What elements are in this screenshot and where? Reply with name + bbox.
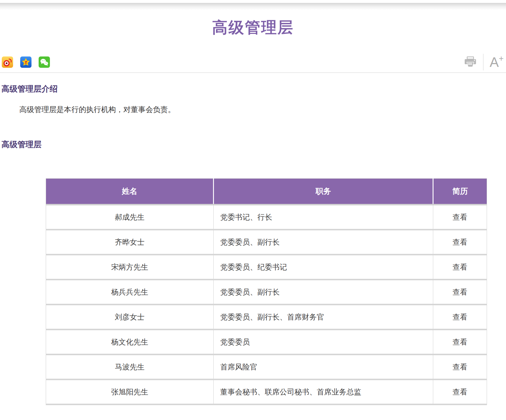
name-cell: 郝成先生 bbox=[46, 205, 214, 230]
qzone-icon bbox=[20, 56, 31, 68]
name-cell: 马波先生 bbox=[46, 355, 214, 380]
qzone-share-button[interactable] bbox=[20, 56, 31, 68]
table-row: 马波先生首席风险官查看 bbox=[46, 355, 487, 380]
top-gradient-band bbox=[0, 3, 506, 10]
table-row: 齐晔女士党委委员、副行长查看 bbox=[46, 230, 487, 255]
position-cell: 董事会秘书、联席公司秘书、首席业务总监 bbox=[213, 380, 433, 405]
print-button[interactable] bbox=[464, 56, 477, 68]
view-resume-link[interactable]: 查看 bbox=[453, 263, 467, 271]
position-cell: 党委委员、纪委书记 bbox=[213, 255, 433, 280]
name-cell: 张旭阳先生 bbox=[46, 380, 214, 405]
position-cell: 党委委员、副行长、首席财务官 bbox=[213, 305, 433, 330]
view-resume-link[interactable]: 查看 bbox=[453, 388, 467, 396]
header-resume: 简历 bbox=[433, 179, 487, 205]
management-table-head: 姓名 职务 简历 bbox=[46, 179, 487, 205]
view-resume-link[interactable]: 查看 bbox=[453, 313, 467, 321]
position-cell: 首席风险官 bbox=[213, 355, 433, 380]
share-toolbar: A+ bbox=[0, 56, 506, 73]
share-icons-group bbox=[2, 56, 50, 68]
table-row: 郝成先生党委书记、行长查看 bbox=[46, 205, 487, 230]
position-cell: 党委委员 bbox=[213, 330, 433, 355]
position-cell: 党委委员、副行长 bbox=[213, 280, 433, 305]
table-section-heading: 高级管理层 bbox=[1, 140, 506, 149]
printer-icon bbox=[464, 56, 477, 68]
header-row: 姓名 职务 简历 bbox=[46, 179, 487, 205]
name-cell: 杨兵兵先生 bbox=[46, 280, 214, 305]
page-title: 高级管理层 bbox=[0, 18, 506, 37]
resume-cell: 查看 bbox=[433, 355, 487, 380]
page-tools-group: A+ bbox=[464, 54, 504, 70]
weibo-share-button[interactable] bbox=[2, 56, 13, 68]
management-table: 姓名 职务 简历 郝成先生党委书记、行长查看齐晔女士党委委员、副行长查看宋炳方先… bbox=[46, 178, 487, 405]
position-cell: 党委委员、副行长 bbox=[213, 230, 433, 255]
font-size-letter: A bbox=[490, 56, 499, 68]
resume-cell: 查看 bbox=[433, 380, 487, 405]
name-cell: 杨文化先生 bbox=[46, 330, 214, 355]
wechat-icon bbox=[39, 56, 50, 68]
view-resume-link[interactable]: 查看 bbox=[453, 338, 467, 346]
toolbar-divider bbox=[483, 54, 483, 70]
position-cell: 党委书记、行长 bbox=[213, 205, 433, 230]
name-cell: 宋炳方先生 bbox=[46, 255, 214, 280]
table-row: 宋炳方先生党委委员、纪委书记查看 bbox=[46, 255, 487, 280]
table-row: 杨文化先生党委委员查看 bbox=[46, 330, 487, 355]
name-cell: 刘彦女士 bbox=[46, 305, 214, 330]
intro-paragraph: 高级管理层是本行的执行机构，对董事会负责。 bbox=[1, 105, 506, 114]
table-row: 张旭阳先生董事会秘书、联席公司秘书、首席业务总监查看 bbox=[46, 380, 487, 405]
view-resume-link[interactable]: 查看 bbox=[453, 213, 467, 221]
resume-cell: 查看 bbox=[433, 205, 487, 230]
intro-section-heading: 高级管理层介绍 bbox=[1, 84, 506, 93]
weibo-icon bbox=[2, 56, 13, 68]
table-row: 杨兵兵先生党委委员、副行长查看 bbox=[46, 280, 487, 305]
view-resume-link[interactable]: 查看 bbox=[453, 288, 467, 296]
header-name: 姓名 bbox=[46, 179, 214, 205]
resume-cell: 查看 bbox=[433, 330, 487, 355]
header-position: 职务 bbox=[213, 179, 433, 205]
management-table-body: 郝成先生党委书记、行长查看齐晔女士党委委员、副行长查看宋炳方先生党委委员、纪委书… bbox=[46, 205, 487, 405]
view-resume-link[interactable]: 查看 bbox=[453, 363, 467, 371]
resume-cell: 查看 bbox=[433, 280, 487, 305]
view-resume-link[interactable]: 查看 bbox=[453, 238, 467, 246]
name-cell: 齐晔女士 bbox=[46, 230, 214, 255]
font-size-increase-button[interactable]: A+ bbox=[490, 56, 504, 68]
table-row: 刘彦女士党委委员、副行长、首席财务官查看 bbox=[46, 305, 487, 330]
resume-cell: 查看 bbox=[433, 230, 487, 255]
font-size-plus: + bbox=[499, 55, 504, 62]
resume-cell: 查看 bbox=[433, 305, 487, 330]
resume-cell: 查看 bbox=[433, 255, 487, 280]
wechat-share-button[interactable] bbox=[39, 56, 50, 68]
